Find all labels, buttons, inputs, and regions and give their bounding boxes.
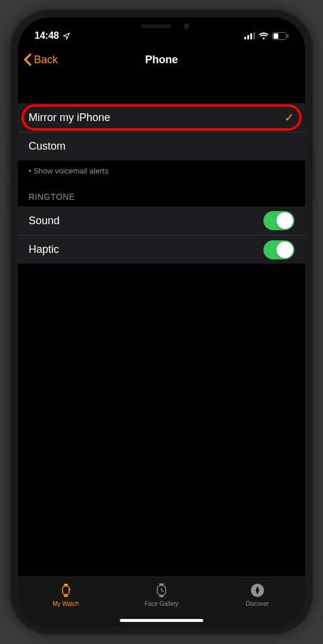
toggle-knob bbox=[277, 212, 293, 229]
svg-rect-3 bbox=[253, 32, 255, 39]
tab-label: Discover bbox=[246, 600, 269, 607]
svg-rect-0 bbox=[244, 37, 246, 39]
custom-label: Custom bbox=[29, 140, 66, 153]
content-area: Mirror my iPhone ✓ Custom • Show voicema… bbox=[18, 73, 305, 264]
watch-side-icon bbox=[57, 582, 74, 599]
sound-toggle[interactable] bbox=[263, 211, 294, 230]
location-arrow-icon bbox=[63, 32, 70, 40]
front-camera bbox=[184, 23, 190, 29]
compass-icon bbox=[249, 582, 266, 599]
nav-bar: Back Phone bbox=[18, 46, 305, 73]
chevron-left-icon bbox=[24, 53, 32, 66]
status-time: 14:48 bbox=[35, 30, 59, 41]
svg-rect-5 bbox=[274, 33, 278, 39]
tab-label: Face Gallery bbox=[145, 600, 179, 607]
mirror-iphone-row[interactable]: Mirror my iPhone ✓ bbox=[18, 103, 305, 132]
notch bbox=[99, 17, 224, 35]
svg-rect-7 bbox=[63, 586, 69, 595]
mirror-iphone-label: Mirror my iPhone bbox=[29, 112, 110, 124]
back-label: Back bbox=[34, 54, 58, 66]
ringtone-header: RINGTONE bbox=[18, 175, 305, 206]
haptic-label: Haptic bbox=[29, 243, 59, 256]
screen: 14:48 bbox=[18, 17, 305, 627]
mute-switch bbox=[7, 101, 10, 120]
svg-rect-2 bbox=[250, 33, 252, 39]
svg-rect-10 bbox=[70, 589, 71, 590]
svg-rect-8 bbox=[64, 584, 68, 586]
custom-row[interactable]: Custom bbox=[18, 132, 305, 160]
alerts-section: Mirror my iPhone ✓ Custom bbox=[18, 103, 305, 160]
cellular-signal-icon bbox=[244, 32, 255, 39]
volume-down-button bbox=[7, 182, 10, 216]
checkmark-icon: ✓ bbox=[284, 110, 294, 125]
phone-frame: 14:48 bbox=[10, 9, 313, 635]
alerts-footer: • Show voicemail alerts bbox=[18, 160, 305, 175]
power-button bbox=[313, 149, 316, 203]
haptic-toggle[interactable] bbox=[263, 240, 294, 259]
back-button[interactable]: Back bbox=[24, 53, 58, 66]
volume-up-button bbox=[7, 137, 10, 172]
ringtone-section: Sound Haptic bbox=[18, 206, 305, 264]
svg-line-15 bbox=[162, 590, 163, 592]
page-title: Phone bbox=[145, 54, 178, 66]
tab-my-watch[interactable]: My Watch bbox=[36, 582, 95, 627]
haptic-row: Haptic bbox=[18, 235, 305, 264]
home-indicator[interactable] bbox=[120, 619, 203, 622]
tab-discover[interactable]: Discover bbox=[228, 582, 287, 627]
tab-label: My Watch bbox=[52, 600, 79, 607]
sound-row: Sound bbox=[18, 206, 305, 235]
speaker-grille bbox=[141, 24, 171, 28]
svg-rect-9 bbox=[64, 595, 68, 597]
toggle-knob bbox=[277, 242, 293, 258]
svg-rect-1 bbox=[247, 35, 249, 39]
svg-rect-6 bbox=[287, 35, 288, 38]
svg-rect-12 bbox=[159, 584, 164, 586]
sound-label: Sound bbox=[29, 215, 60, 227]
battery-icon bbox=[272, 32, 288, 40]
svg-rect-13 bbox=[159, 596, 164, 597]
wifi-icon bbox=[259, 32, 269, 39]
watch-face-icon bbox=[153, 582, 170, 599]
